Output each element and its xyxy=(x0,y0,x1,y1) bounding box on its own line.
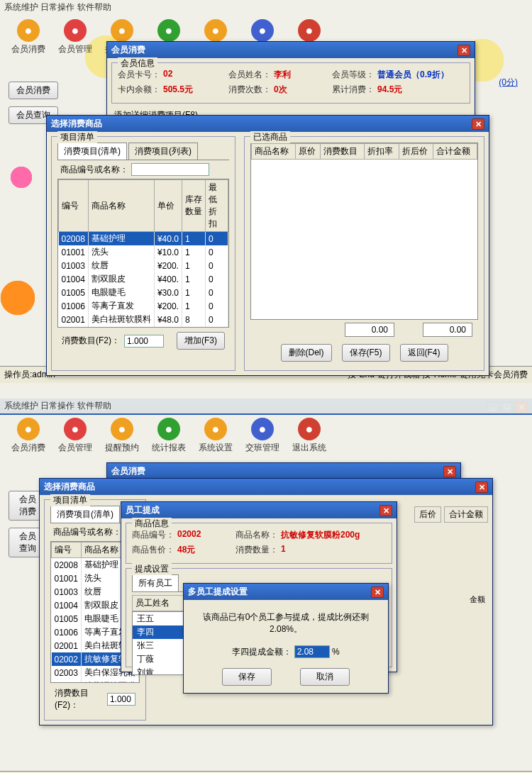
window-title: 选择消费商品 xyxy=(44,481,95,493)
close-icon[interactable]: ✕ xyxy=(472,118,484,130)
col-header: 折扣率 xyxy=(364,144,399,160)
tab-all-employees[interactable]: 所有员工 xyxy=(132,574,179,591)
window-title: 会员消费 xyxy=(111,44,145,56)
goods-table[interactable]: 编号商品名称单价库存数量最低折扣02008基础护理¥40.01001001洗头¥… xyxy=(58,179,228,328)
search-label: 商品编号或名称： xyxy=(60,164,128,176)
employee-list[interactable]: 王五李四张三丁薇刘肯 xyxy=(132,611,187,675)
toolbar-icon: ● xyxy=(157,19,180,42)
toolbar-label: 统计报表 xyxy=(152,442,186,454)
selected-legend: 已选商品 xyxy=(250,131,290,143)
table-row[interactable]: 02008基础护理¥40.010 xyxy=(59,232,228,246)
toolbar-icon: ● xyxy=(64,19,87,42)
dialog-title: 多员工提成设置 xyxy=(188,586,248,598)
toolbar-会员消费[interactable]: ●会员消费 xyxy=(11,19,45,55)
list-item[interactable]: 张三 xyxy=(133,639,187,652)
list-item[interactable]: 刘肯 xyxy=(133,666,187,675)
close-icon[interactable]: ✕ xyxy=(443,466,456,477)
total-discount: 0.00 xyxy=(345,323,394,337)
dialog-message: 该商品已有0个员工参与提成，提成比例还剩2.08%。 xyxy=(192,611,379,635)
toolbar-退出系统[interactable]: ●退出系统 xyxy=(292,418,326,454)
close-icon[interactable]: ✕ xyxy=(379,505,392,516)
commission-setting-legend: 提成设置 xyxy=(132,563,172,575)
price-label: 商品售价： xyxy=(132,544,174,556)
table-row[interactable]: 01003纹唇¥200.10 xyxy=(59,259,228,272)
card-no-label: 会员卡号： xyxy=(118,69,160,81)
close-icon[interactable]: ✕ xyxy=(475,482,488,493)
toolbar-icon: ● xyxy=(298,418,321,440)
col-header: 商品名称 xyxy=(88,180,154,232)
toolbar-icon: ● xyxy=(17,19,40,42)
add-button[interactable]: 增加(F3) xyxy=(177,332,225,350)
delete-button[interactable]: 删除(Del) xyxy=(281,344,332,362)
emp-name-col: 员工姓名 xyxy=(133,596,187,611)
save-button[interactable]: 保存 xyxy=(222,668,272,686)
toolbar-会员管理[interactable]: ●会员管理 xyxy=(58,418,92,454)
toolbar-label: 会员管理 xyxy=(58,43,92,55)
level-label: 会员等级： xyxy=(332,69,375,81)
table-row[interactable]: 01005电眼睫毛¥30.010 xyxy=(59,286,228,299)
total-value: 94.5元 xyxy=(377,84,402,96)
times-label: 消费次数： xyxy=(228,84,271,96)
col-header: 消费数目 xyxy=(321,144,365,160)
table-row[interactable]: 01001洗头¥10.010 xyxy=(59,245,228,259)
amount-col: 金额 xyxy=(470,594,485,605)
toolbar-icon: ● xyxy=(111,19,133,42)
menubar[interactable]: 系统维护 日常操作 软件帮助 xyxy=(0,0,532,15)
level-value: 普通会员（0.9折） xyxy=(377,69,449,81)
toolbar-label: 会员管理 xyxy=(58,442,92,454)
qty-label: 消费数目(F2)： xyxy=(62,335,120,347)
window-title: 会员消费 xyxy=(111,465,145,477)
search-input[interactable] xyxy=(131,163,209,176)
total-label: 累计消费： xyxy=(332,84,375,96)
qty-input[interactable] xyxy=(124,335,164,347)
toolbar-统计报表[interactable]: ●统计报表 xyxy=(152,418,186,454)
toolbar-交班管理[interactable]: ●交班管理 xyxy=(245,418,279,454)
toolbar-提醒预约[interactable]: ●提醒预约 xyxy=(105,418,139,454)
balance-label: 卡内余额： xyxy=(118,84,160,96)
list-item[interactable]: 李四 xyxy=(133,625,187,639)
list-item[interactable]: 王五 xyxy=(133,612,187,625)
points-link[interactable]: (0分) xyxy=(499,77,518,89)
balance-value: 505.5元 xyxy=(163,84,193,96)
multi-commission-dialog: 多员工提成设置 ✕ 该商品已有0个员工参与提成，提成比例还剩2.08%。 李四提… xyxy=(183,583,389,694)
selected-table[interactable]: 商品名称原价消费数目折扣率折后价合计金额 xyxy=(251,143,477,160)
toolbar-会员管理[interactable]: ●会员管理 xyxy=(58,19,92,55)
table-row[interactable]: 01004割双眼皮¥400.10 xyxy=(59,272,228,286)
list-item[interactable]: 丁薇 xyxy=(133,652,187,666)
toolbar-label: 交班管理 xyxy=(245,442,279,454)
close-icon[interactable]: ✕ xyxy=(371,586,384,598)
item-list-legend: 项目清单 xyxy=(57,131,97,143)
toolbar-icon: ● xyxy=(111,418,133,440)
toolbar-icon: ● xyxy=(157,418,180,440)
tab-list[interactable]: 消费项目(清单) xyxy=(57,143,127,160)
member-consume-button[interactable]: 会员消费 xyxy=(9,82,58,99)
tab-list[interactable]: 消费项目(清单) xyxy=(50,506,120,523)
col-header: 商品名称 xyxy=(252,144,296,160)
menubar[interactable]: 系统维护 日常操作 软件帮助 xyxy=(0,399,532,413)
col-header: 合计金额 xyxy=(433,144,477,160)
tab-table[interactable]: 消费项目(列表) xyxy=(128,143,198,160)
table-row[interactable]: 01006等离子直发¥200.10 xyxy=(59,299,228,313)
cancel-button[interactable]: 取消 xyxy=(300,668,350,686)
toolbar-icon: ● xyxy=(251,19,274,42)
toolbar-会员消费[interactable]: ●会员消费 xyxy=(11,418,45,454)
member-consume-window: 会员消费 ✕ 会员信息 会员卡号：02 会员姓名：李利 会员等级：普通会员（0.… xyxy=(106,41,475,126)
search-label: 商品编号或名称： xyxy=(53,526,121,538)
col-header: 编号 xyxy=(52,543,82,558)
name-value: 李利 xyxy=(274,69,291,81)
code-label: 商品编号： xyxy=(132,529,174,541)
toolbar-系统设置[interactable]: ●系统设置 xyxy=(199,418,233,454)
commission-amount-label: 李四提成金额： xyxy=(232,647,292,657)
table-row[interactable]: 02001美白祛斑软膜料¥48.080 xyxy=(59,313,228,326)
consume-qty-label: 消费数量： xyxy=(235,544,278,556)
close-icon[interactable]: ✕ xyxy=(458,45,470,56)
toolbar-icon: ● xyxy=(204,418,227,440)
commission-amount-input[interactable] xyxy=(294,645,330,658)
back-button[interactable]: 返回(F4) xyxy=(400,344,448,362)
code-value: 02002 xyxy=(177,529,201,541)
percent-unit: % xyxy=(332,647,340,657)
save-button[interactable]: 保存(F5) xyxy=(342,344,390,362)
qty-input[interactable] xyxy=(107,693,135,706)
goods-name-label: 商品名称： xyxy=(235,529,278,541)
toolbar-label: 退出系统 xyxy=(292,442,326,454)
